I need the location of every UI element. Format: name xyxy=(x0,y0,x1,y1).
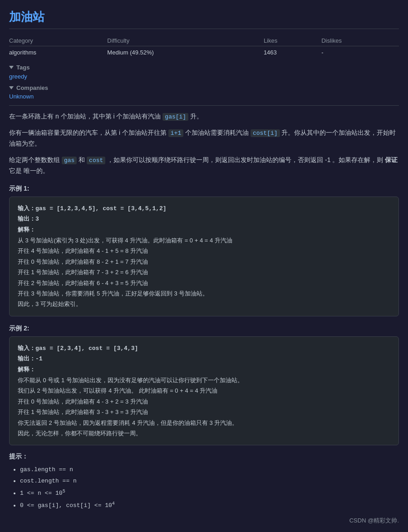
example1-input: 输入：gas = [1,2,3,4,5], cost = [3,4,5,1,2] xyxy=(18,205,167,212)
col-category: Category xyxy=(9,35,107,46)
cell-likes: 1463 xyxy=(264,46,321,58)
example2-box: 输入：gas = [2,3,4], cost = [3,4,3] 输出：-1 解… xyxy=(9,336,399,446)
example1-box: 输入：gas = [1,2,3,4,5], cost = [3,4,5,1,2]… xyxy=(9,197,399,316)
desc-p1-text: 在一条环路上有 n 个加油站，其中第 i 个加油站有汽油 xyxy=(9,113,161,120)
col-difficulty: Difficulty xyxy=(107,35,264,46)
example2-line-0: 你不能从 0 号或 1 号加油站出发，因为没有足够的汽油可以让你行驶到下一个加油… xyxy=(18,375,390,385)
desc-p3-mid1: 和 xyxy=(79,156,85,163)
example2-label: 示例 2: xyxy=(9,325,399,333)
problem-paragraph-2: 你有一辆油箱容量无限的的汽车，从第 i 个加油站开往第 i+1 个加油站需要消耗… xyxy=(9,128,399,149)
col-likes: Likes xyxy=(264,35,321,46)
companies-triangle-icon xyxy=(9,86,14,89)
example2-input: 输入：gas = [2,3,4], cost = [3,4,3] xyxy=(18,345,138,352)
divider-1 xyxy=(9,105,399,106)
desc-p2-start: 你有一辆油箱容量无限的的汽车，从第 i 个加油站开往第 xyxy=(9,129,167,136)
example2-explain-label: 解释： xyxy=(18,366,35,373)
example2-output: 输出：-1 xyxy=(18,355,43,362)
desc-p3-code1: gas xyxy=(62,157,77,164)
col-dislikes: Dislikes xyxy=(321,35,399,46)
page-title: 加油站 xyxy=(9,5,399,29)
example2-line-3: 开往 1 号加油站，此时油箱有 3 - 3 + 3 = 3 升汽油 xyxy=(18,407,390,417)
example1-line-0: 从 3 号加油站(索引为 3 处)出发，可获得 4 升汽油。此时油箱有 = 0 … xyxy=(18,235,390,246)
tags-content: greedy xyxy=(9,73,399,80)
example2-line-4: 你无法返回 2 号加油站，因为返程需要消耗 4 升汽油，但是你的油箱只有 3 升… xyxy=(18,418,390,428)
example1-line-2: 开往 0 号加油站，此时油箱有 8 - 2 + 1 = 7 升汽油 xyxy=(18,256,390,267)
hint-item-2: 1 <= n <= 105 xyxy=(20,487,399,499)
desc-p3-end: 它是 唯一的。 xyxy=(9,167,49,174)
greedy-tag[interactable]: greedy xyxy=(9,73,27,80)
cell-dislikes: - xyxy=(321,46,399,58)
desc-p1-end: 升。 xyxy=(190,113,203,120)
example1-line-3: 开往 1 号加油站，此时油箱有 7 - 3 + 2 = 6 升汽油 xyxy=(18,267,390,277)
example1-line-1: 开往 4 号加油站，此时油箱有 4 - 1 + 5 = 8 升汽油 xyxy=(18,246,390,256)
desc-p3-start: 给定两个整数数组 xyxy=(9,156,60,163)
hint-item-1: cost.length == n xyxy=(20,476,399,487)
desc-p2-code1: i+1 xyxy=(168,129,183,137)
example2-line-1: 我们从 2 号加油站出发，可以获得 4 升汽油。 此时油箱有 = 0 + 4 =… xyxy=(18,385,390,396)
problem-paragraph-1: 在一条环路上有 n 个加油站，其中第 i 个加油站有汽油 gas[i] 升。 xyxy=(9,111,399,122)
tags-triangle-icon xyxy=(9,66,14,69)
tags-toggle[interactable]: Tags xyxy=(9,64,399,71)
example1-label: 示例 1: xyxy=(9,185,399,193)
hint-item-3: 0 <= gas[i], cost[i] <= 104 xyxy=(20,499,399,512)
example1-lines: 从 3 号加油站(索引为 3 处)出发，可获得 4 升汽油。此时油箱有 = 0 … xyxy=(18,235,390,310)
example2-lines: 你不能从 0 号或 1 号加油站出发，因为没有足够的汽油可以让你行驶到下一个加油… xyxy=(18,375,390,438)
desc-p3-bold: 保证 xyxy=(385,156,398,163)
problem-paragraph-3: 给定两个整数数组 gas 和 cost ，如果你可以按顺序绕环路行驶一周，则返回… xyxy=(9,155,399,177)
info-table: Category Difficulty Likes Dislikes algor… xyxy=(9,35,399,58)
desc-p2-code2: cost[i] xyxy=(251,129,280,137)
hint-sup-3: 4 xyxy=(112,501,115,506)
example1-line-6: 因此，3 可为起始索引。 xyxy=(18,299,390,309)
desc-p1-code: gas[i] xyxy=(162,113,188,121)
hints-list: gas.length == n cost.length == n 1 <= n … xyxy=(9,464,399,511)
cell-difficulty: Medium (49.52%) xyxy=(107,46,264,58)
example1-output: 输出：3 xyxy=(18,216,39,222)
hints-section: 提示： gas.length == n cost.length == n 1 <… xyxy=(9,453,399,511)
cell-category: algorithms xyxy=(9,46,107,58)
companies-value: Unknown xyxy=(9,93,399,100)
example1-line-4: 开往 2 号加油站，此时油箱有 6 - 4 + 3 = 5 升汽油 xyxy=(18,278,390,288)
hints-label: 提示： xyxy=(9,453,399,461)
example1-explain-label: 解释： xyxy=(18,227,35,233)
example1-line-5: 开往 3 号加油站，你需要消耗 5 升汽油，正好足够你返回到 3 号加油站。 xyxy=(18,288,390,299)
companies-toggle[interactable]: Companies xyxy=(9,84,399,91)
desc-p3-code2: cost xyxy=(87,157,105,164)
example2-line-5: 因此，无论怎样，你都不可能绕环路行驶一周。 xyxy=(18,428,390,438)
watermark: CSDN @精彩文帅. xyxy=(349,517,399,525)
hint-item-0: gas.length == n xyxy=(20,464,399,476)
example2-line-2: 开往 0 号加油站，此时油箱有 4 - 3 + 2 = 3 升汽油 xyxy=(18,396,390,407)
companies-label: Companies xyxy=(16,84,48,91)
hint-sup-2: 5 xyxy=(63,489,65,494)
desc-p2-mid: 个加油站需要消耗汽油 xyxy=(185,129,249,136)
tags-label: Tags xyxy=(16,64,29,71)
desc-p3-mid2: ，如果你可以按顺序绕环路行驶一周，则返回出发时加油站的编号，否则返回 -1 。如… xyxy=(107,156,383,163)
